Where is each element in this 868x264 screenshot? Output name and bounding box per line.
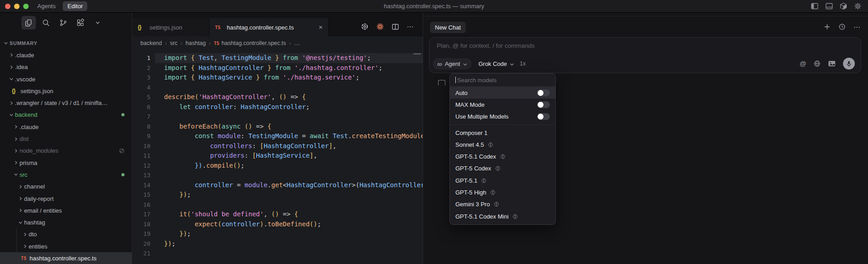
- tab-editor[interactable]: Editor: [63, 1, 87, 11]
- model-option-gemini-3-pro[interactable]: Gemini 3 Pro: [450, 199, 555, 210]
- tree-item-daily-report[interactable]: daily-report: [0, 193, 132, 204]
- breadcrumb-item[interactable]: backend: [140, 40, 162, 46]
- code-line[interactable]: 2import { HashtagController } from './ha…: [132, 63, 423, 73]
- tree-item-idea[interactable]: .idea: [0, 61, 132, 73]
- model-search-input[interactable]: Search models: [450, 74, 555, 87]
- chevron-down-icon: [7, 77, 15, 81]
- editor-tab-settings-json[interactable]: {}settings.json: [132, 18, 210, 36]
- model-option-gpt-5-high[interactable]: GPT-5 High: [450, 186, 555, 198]
- tree-item-entities[interactable]: entities: [0, 240, 132, 252]
- code-line[interactable]: 14 controller = module.get<HashtagContro…: [132, 180, 423, 190]
- tree-item-hashtag-controller-spec-ts[interactable]: TShashtag.controller.spec.ts: [0, 252, 132, 264]
- activity-chevron-down-button[interactable]: [90, 16, 105, 30]
- code-line[interactable]: 19 });: [132, 229, 423, 239]
- tree-item-email-entities[interactable]: email / entities: [0, 204, 132, 216]
- tree-item-channel[interactable]: channel: [0, 181, 132, 193]
- split-editor-icon[interactable]: [392, 24, 399, 30]
- tree-item-prisma[interactable]: prisma: [0, 157, 132, 169]
- dropdown-option-max-mode[interactable]: MAX Mode: [450, 99, 555, 110]
- image-icon[interactable]: [828, 60, 836, 67]
- layout-panel-icon[interactable]: [825, 3, 833, 10]
- at-icon[interactable]: @: [800, 60, 806, 67]
- model-option-gpt-5-1-codex[interactable]: GPT-5.1 Codex: [450, 150, 555, 162]
- code-line[interactable]: 5describe('HashtagController', () => {: [132, 92, 423, 102]
- model-option-gpt-5-1[interactable]: GPT-5.1: [450, 174, 555, 186]
- code-line[interactable]: 21: [132, 249, 423, 259]
- code-line[interactable]: 8 beforeEach(async () => {: [132, 122, 423, 132]
- tree-item-wrangler-state-v3-d1-miniflare[interactable]: .wrangler / state / v3 / d1 / miniflare-…: [0, 97, 132, 109]
- model-option-sonnet-4-5[interactable]: Sonnet 4.5: [450, 139, 555, 150]
- tab-agents[interactable]: Agents: [35, 1, 57, 11]
- code-line[interactable]: 6 let controller: HashtagController;: [132, 102, 423, 112]
- chat-panel-actions: ⋯: [823, 23, 860, 30]
- code-line[interactable]: 4: [132, 83, 423, 93]
- line-number: 6: [132, 102, 150, 112]
- code-line[interactable]: 13: [132, 170, 423, 180]
- tab-label: hashtag.controller.spec.ts: [227, 24, 294, 31]
- model-selector[interactable]: Grok Code: [479, 60, 514, 67]
- code-editor[interactable]: 1import { Test, TestingModule } from '@n…: [132, 50, 423, 264]
- history-icon[interactable]: [838, 23, 846, 30]
- dropdown-option-auto[interactable]: Auto: [450, 87, 555, 99]
- claude-icon[interactable]: [376, 23, 384, 30]
- code-line[interactable]: 17 it('should be defined', () => {: [132, 209, 423, 219]
- tree-item-node-modules[interactable]: node_modules: [0, 145, 132, 157]
- tree-item-settings-json[interactable]: {}settings.json: [0, 85, 132, 97]
- code-line[interactable]: 3import { HashtagService } from './hasht…: [132, 73, 423, 83]
- toggle-max-mode[interactable]: [537, 101, 550, 108]
- tree-item-claude[interactable]: .claude: [0, 121, 132, 133]
- code-line[interactable]: 11 providers: [HashtagService],: [132, 151, 423, 161]
- dropdown-option-use-multiple-models[interactable]: Use Multiple Models: [450, 111, 555, 123]
- tree-item-label: dto: [29, 231, 37, 238]
- code-line[interactable]: 20});: [132, 239, 423, 249]
- code-line[interactable]: 12 }).compile();: [132, 161, 423, 171]
- code-line[interactable]: 18 expect(controller).toBeDefined();: [132, 219, 423, 229]
- zoom-window-button[interactable]: [23, 4, 29, 9]
- close-tab-icon[interactable]: ×: [314, 24, 323, 31]
- tree-item-claude[interactable]: .claude: [0, 49, 132, 61]
- more-icon[interactable]: ⋯: [407, 23, 414, 30]
- activity-extensions-button[interactable]: [73, 16, 88, 30]
- tree-item-dto[interactable]: dto: [0, 229, 132, 240]
- tree-item-backend[interactable]: backend: [0, 109, 132, 121]
- openai-icon[interactable]: [361, 23, 369, 30]
- new-chat-icon[interactable]: [823, 23, 831, 30]
- breadcrumb-item[interactable]: src: [170, 40, 178, 46]
- toggle-use-multiple-models[interactable]: [537, 113, 550, 120]
- close-window-button[interactable]: [5, 4, 10, 9]
- globe-icon[interactable]: [813, 60, 821, 67]
- editor-tab-hashtag-controller-spec-ts[interactable]: TShashtag.controller.spec.ts×: [210, 18, 329, 36]
- code-line[interactable]: 16: [132, 200, 423, 210]
- monitor-icon[interactable]: [438, 80, 445, 85]
- activity-files-button[interactable]: [21, 16, 36, 30]
- tree-item-vscode[interactable]: .vscode: [0, 73, 132, 85]
- tree-item-label: src: [20, 171, 27, 178]
- mic-button[interactable]: [843, 58, 855, 70]
- agent-mode-dropdown[interactable]: ∞ Agent: [433, 58, 472, 70]
- new-chat-tab[interactable]: New Chat: [430, 22, 466, 33]
- layout-sidebar-icon[interactable]: [811, 3, 818, 10]
- model-option-gpt-5-1-codex-mini[interactable]: GPT-5.1 Codex Mini: [450, 210, 555, 222]
- tree-item-hashtag[interactable]: hashtag: [0, 216, 132, 228]
- more-icon[interactable]: ⋯: [853, 24, 860, 30]
- activity-search-button[interactable]: [39, 16, 53, 30]
- model-option-composer-1[interactable]: Composer 1: [450, 127, 555, 139]
- breadcrumb-item[interactable]: hashtag: [185, 40, 205, 46]
- tree-item-src[interactable]: src: [0, 169, 132, 180]
- breadcrumb-file[interactable]: TShashtag.controller.spec.ts: [214, 40, 286, 46]
- tree-root-summary[interactable]: SUMMARY: [0, 37, 132, 49]
- chat-input[interactable]: Plan, @ for context, / for commands ∞ Ag…: [429, 37, 861, 73]
- code-line[interactable]: 7: [132, 112, 423, 122]
- activity-source-control-button[interactable]: [56, 16, 70, 30]
- gear-icon[interactable]: [854, 2, 862, 10]
- tree-item-dist[interactable]: dist: [0, 133, 132, 144]
- toggle-auto[interactable]: [537, 90, 550, 96]
- code-line[interactable]: 10 controllers: [HashtagController],: [132, 141, 423, 151]
- minimize-window-button[interactable]: [14, 4, 20, 9]
- code-line[interactable]: 9 const module: TestingModule = await Te…: [132, 131, 423, 141]
- code-line[interactable]: 15 });: [132, 190, 423, 200]
- cube-icon[interactable]: [840, 2, 847, 10]
- breadcrumb-symbol[interactable]: …: [294, 40, 300, 46]
- code-line[interactable]: 1import { Test, TestingModule } from '@n…: [132, 53, 423, 63]
- model-option-gpt-5-codex[interactable]: GPT-5 Codex: [450, 163, 555, 174]
